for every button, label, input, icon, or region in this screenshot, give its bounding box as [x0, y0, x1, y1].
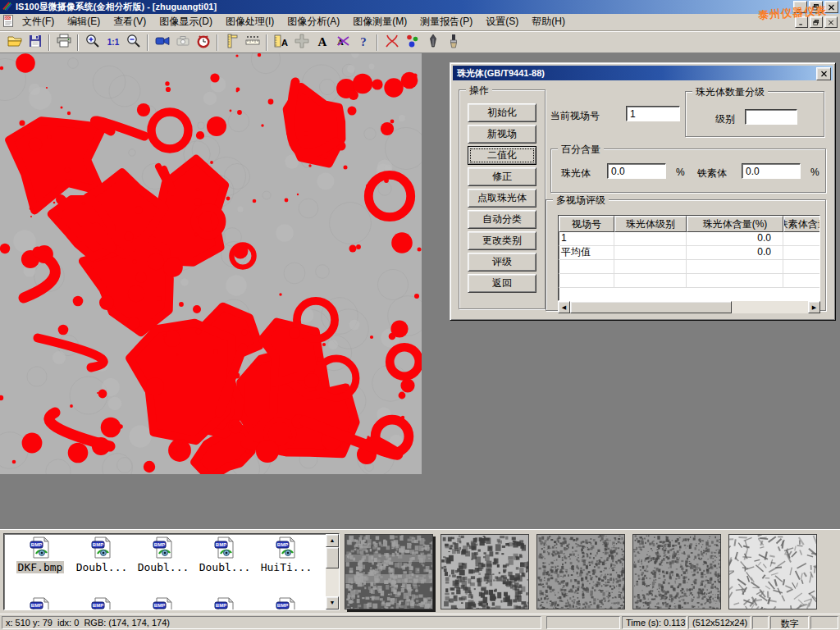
file-scrollbar-thumb[interactable]: [326, 547, 339, 568]
file-item[interactable]: BMPDoubl...: [72, 536, 131, 573]
scroll-down-icon[interactable]: ▼: [326, 596, 339, 609]
status-empty-panel-1: [546, 616, 620, 629]
table-row[interactable]: 平均值0.0: [559, 246, 819, 260]
table-cell: [783, 232, 820, 245]
toolbar-button-ruler[interactable]: [242, 33, 262, 52]
toolbar-button-move-cross[interactable]: [291, 33, 312, 52]
table-column-header[interactable]: 视场号: [559, 216, 614, 232]
file-item[interactable]: BMPDKF.bmp: [11, 536, 70, 573]
table-column-header[interactable]: 铁素体含量(%): [783, 216, 820, 232]
toolbar-button-measure-ruler[interactable]: A: [271, 33, 291, 52]
file-item[interactable]: BMP: [134, 597, 193, 610]
pearlite-percent-input[interactable]: [607, 163, 666, 179]
ferrite-percent-input[interactable]: [742, 163, 801, 179]
toolbar-button-particles[interactable]: [402, 33, 422, 52]
rating-table[interactable]: 视场号珠光体级别珠光体含量(%)铁素体含量(%) 10.0平均值0.0: [558, 215, 820, 301]
file-browser[interactable]: ▲ ▼ BMPDKF.bmpBMPDoubl...BMPDoubl...BMPD…: [3, 533, 340, 610]
image-thumbnail-5[interactable]: [728, 534, 817, 609]
scroll-right-icon[interactable]: ▶: [808, 301, 820, 313]
metallograph-image[interactable]: [0, 53, 422, 474]
toolbar-button-timer[interactable]: [193, 33, 213, 52]
toolbar-button-help[interactable]: ?: [353, 33, 373, 52]
child-restore-button[interactable]: [810, 16, 823, 28]
dialog-button-点取珠光体[interactable]: 点取珠光体: [468, 189, 536, 208]
current-view-input[interactable]: [626, 106, 680, 121]
toolbar-button-pen[interactable]: [422, 33, 443, 52]
scroll-left-icon[interactable]: ◀: [558, 301, 570, 313]
table-row[interactable]: 10.0: [559, 232, 819, 246]
minimize-button[interactable]: [793, 1, 807, 13]
pearlite-dialog: 珠光体(GB/T9441-88) 操作 初始化新视场二值化修正点取珠光体自动分类…: [450, 62, 836, 321]
file-item[interactable]: BMPDoubl...: [134, 536, 193, 573]
menu-item-8[interactable]: 测量报告(P): [413, 13, 479, 31]
toolbar-button-open[interactable]: [4, 33, 25, 52]
menu-item-10[interactable]: 帮助(H): [525, 13, 572, 31]
menu-item-3[interactable]: 查看(V): [107, 13, 153, 31]
file-item[interactable]: BMP: [72, 597, 131, 610]
title-bar[interactable]: IS100显微摄像系统(金相分析版) - [zhuguangti01]: [0, 0, 840, 14]
scrollbar-thumb[interactable]: [570, 301, 732, 313]
timer-icon: [195, 33, 212, 52]
child-close-button[interactable]: [824, 16, 838, 28]
workspace: 珠光体(GB/T9441-88) 操作 初始化新视场二值化修正点取珠光体自动分类…: [0, 53, 840, 529]
image-thumbnail-2[interactable]: [441, 534, 529, 609]
table-horizontal-scrollbar[interactable]: ◀ ▶: [558, 301, 820, 313]
image-thumbnail-3[interactable]: [536, 534, 625, 609]
menu-item-4[interactable]: 图像显示(D): [153, 13, 219, 31]
dialog-button-二值化[interactable]: 二值化: [468, 146, 536, 165]
file-item[interactable]: BMPHuiTi...: [257, 536, 316, 573]
table-row[interactable]: [559, 260, 819, 274]
toolbar-button-red-curve[interactable]: [381, 33, 402, 52]
toolbar-button-zoom-in[interactable]: [82, 33, 103, 52]
dialog-button-新视场[interactable]: 新视场: [468, 125, 536, 144]
toolbar-button-still-camera[interactable]: [172, 33, 193, 52]
close-button[interactable]: [824, 1, 838, 13]
dialog-title-bar[interactable]: 珠光体(GB/T9441-88): [453, 66, 833, 80]
dialog-button-更改类别[interactable]: 更改类别: [468, 231, 536, 250]
scrollbar-track[interactable]: [570, 301, 808, 313]
bmp-file-icon: BMP: [276, 550, 298, 561]
toolbar-button-video-camera[interactable]: [152, 33, 172, 52]
toolbar-button-zoom-out[interactable]: [123, 33, 144, 52]
image-thumbnail-1[interactable]: [345, 534, 433, 609]
rating-table-header: 视场号珠光体级别珠光体含量(%)铁素体含量(%): [559, 216, 819, 232]
toolbar-button-save[interactable]: [25, 33, 45, 52]
svg-text:BMP: BMP: [276, 603, 287, 608]
child-minimize-button[interactable]: [795, 16, 808, 28]
file-item[interactable]: BMP: [195, 597, 254, 610]
text-icon: A: [314, 33, 331, 52]
menu-item-2[interactable]: 编辑(E): [61, 13, 107, 31]
restore-button[interactable]: [809, 1, 823, 13]
dialog-close-icon[interactable]: [816, 67, 831, 80]
grade-input[interactable]: [745, 109, 797, 125]
dialog-button-返回[interactable]: 返回: [468, 274, 536, 293]
svg-text:BMP: BMP: [276, 542, 287, 547]
menu-item-1[interactable]: 文件(F): [16, 13, 61, 31]
dialog-button-初始化[interactable]: 初始化: [468, 103, 536, 122]
toolbar-button-caliper[interactable]: [221, 33, 242, 52]
menu-item-7[interactable]: 图像测量(M): [346, 13, 413, 31]
dialog-button-修正[interactable]: 修正: [468, 167, 536, 186]
table-row[interactable]: [559, 274, 819, 288]
file-item[interactable]: BMPDoubl...: [195, 536, 254, 573]
toolbar-button-print[interactable]: [53, 33, 74, 52]
table-cell: [559, 260, 614, 273]
zoom-in-icon: [84, 33, 101, 52]
file-browser-scrollbar[interactable]: ▲ ▼: [326, 534, 339, 609]
toolbar-button-text[interactable]: A: [312, 33, 332, 52]
menu-item-9[interactable]: 设置(S): [479, 13, 525, 31]
svg-text:?: ?: [360, 35, 367, 48]
toolbar-button-brush[interactable]: [443, 33, 463, 52]
file-item[interactable]: BMP: [257, 597, 316, 610]
toolbar-button-actual-size[interactable]: 1:1: [103, 33, 123, 52]
image-thumbnail-4[interactable]: [632, 534, 721, 609]
scroll-up-icon[interactable]: ▲: [326, 534, 339, 547]
table-column-header[interactable]: 珠光体含量(%): [687, 216, 783, 232]
menu-item-6[interactable]: 图像分析(A): [281, 13, 346, 31]
table-column-header[interactable]: 珠光体级别: [614, 216, 687, 232]
dialog-button-评级[interactable]: 评级: [468, 253, 536, 272]
menu-item-5[interactable]: 图像处理(I): [219, 13, 281, 31]
file-item[interactable]: BMP: [11, 597, 70, 610]
dialog-button-自动分类[interactable]: 自动分类: [468, 210, 536, 229]
toolbar-button-edit-text[interactable]: A: [332, 33, 353, 52]
